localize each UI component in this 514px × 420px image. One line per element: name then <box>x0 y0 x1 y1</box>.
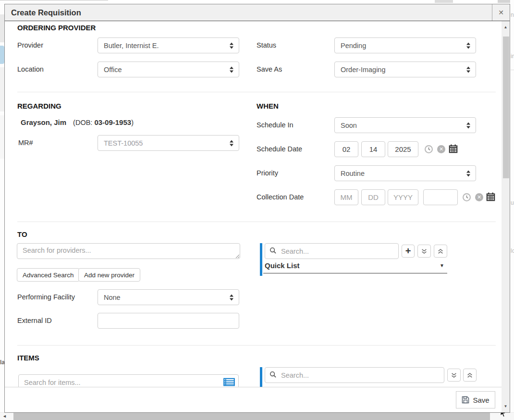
add-new-provider-button[interactable]: Add new provider <box>78 268 140 282</box>
provider-search-input[interactable] <box>17 243 240 259</box>
background-block <box>435 0 453 3</box>
collection-date-year-field[interactable] <box>388 189 418 205</box>
quick-list-dropdown[interactable]: Quick List ▼ <box>263 261 447 273</box>
location-label: Location <box>17 62 44 77</box>
mr-number-select[interactable]: TEST-10055 <box>98 135 239 151</box>
save-button-label: Save <box>473 396 489 404</box>
select-arrows-icon <box>230 42 233 49</box>
double-chevron-down-icon <box>451 372 457 379</box>
advanced-search-button[interactable]: Advanced Search <box>17 268 80 282</box>
save-floppy-icon <box>462 396 469 404</box>
status-label: Status <box>257 37 276 53</box>
items-search <box>18 374 239 388</box>
save-button[interactable]: Save <box>456 391 495 408</box>
performing-facility-select[interactable]: None <box>98 289 239 305</box>
scroll-down-arrow-icon[interactable]: ▼ <box>502 404 510 408</box>
items-search-input[interactable] <box>18 374 239 388</box>
collection-date-clock-icon[interactable] <box>463 193 471 201</box>
schedule-date-month-field[interactable] <box>334 141 358 157</box>
background-text-fragment: ur <box>511 199 514 206</box>
schedule-date-year-field[interactable] <box>388 141 418 157</box>
scroll-up-arrow-icon[interactable]: ▲ <box>502 25 510 29</box>
select-arrows-icon <box>230 66 233 73</box>
dialog-vertical-scrollbar[interactable]: ▲ ▼ <box>502 21 510 412</box>
background-text-fragment: lo <box>511 247 514 254</box>
items-expand-all-button[interactable] <box>447 369 461 382</box>
collection-time-field[interactable] <box>423 189 458 205</box>
create-requisition-dialog: Create Requisition ✕ ORDERING PROVIDER P… <box>4 4 510 413</box>
horizontal-scrollbar-thumb[interactable] <box>13 413 490 420</box>
select-arrows-icon <box>230 294 233 300</box>
double-chevron-down-icon <box>421 248 428 255</box>
background-block <box>0 115 4 159</box>
background-page-left-edge: la <box>0 0 4 420</box>
items-panel-accent-bar <box>260 367 262 388</box>
collection-date-calendar-icon[interactable] <box>486 192 495 201</box>
save-as-select[interactable]: Order-Imaging <box>334 62 476 77</box>
caret-down-icon: ▼ <box>440 263 444 268</box>
schedule-date-clock-icon[interactable] <box>425 145 433 153</box>
dob-suffix: ) <box>131 119 134 126</box>
add-to-list-button[interactable]: + <box>402 245 415 258</box>
mr-number-label: MR# <box>18 135 33 151</box>
items-panel-search <box>265 367 444 383</box>
collapse-all-button[interactable] <box>434 245 447 258</box>
collection-date-day-field[interactable] <box>361 189 385 205</box>
section-divider <box>17 92 496 92</box>
scroll-left-arrow-icon[interactable]: ◄ <box>2 414 7 419</box>
dob-prefix: (DOB: <box>73 119 94 126</box>
vertical-scrollbar-thumb[interactable] <box>503 37 509 178</box>
background-text-fragment: in <box>511 53 514 60</box>
plus-icon: + <box>405 246 411 256</box>
items-panel-search-input[interactable] <box>265 367 444 383</box>
provider-select[interactable]: Butler, Internist E. <box>98 37 239 53</box>
patient-info: Grayson, Jim (DOB: 03-09-1953) <box>21 118 134 126</box>
external-id-label: External ID <box>17 313 52 329</box>
schedule-in-select[interactable]: Soon <box>334 117 476 133</box>
background-text-fragment: n <box>511 12 514 18</box>
schedule-date-calendar-icon[interactable] <box>449 144 458 153</box>
ordering-provider-section-title: ORDERING PROVIDER <box>17 24 96 32</box>
select-arrows-icon <box>466 170 470 176</box>
to-section-title: TO <box>17 230 27 238</box>
double-chevron-up-icon <box>466 372 473 379</box>
select-arrows-icon <box>466 122 470 128</box>
collection-date-clear-icon[interactable]: ✕ <box>475 193 483 201</box>
select-arrows-icon <box>230 140 233 146</box>
to-panel-accent-bar <box>260 243 262 276</box>
background-block <box>0 67 4 111</box>
schedule-date-clear-icon[interactable]: ✕ <box>437 145 445 153</box>
priority-select[interactable]: Routine <box>334 165 476 181</box>
schedule-date-day-field[interactable] <box>361 141 385 157</box>
schedule-date-label: Schedule Date <box>257 141 302 157</box>
save-as-label: Save As <box>257 62 282 77</box>
when-section-title: WHEN <box>257 102 279 110</box>
dialog-body: ORDERING PROVIDER Provider Butler, Inter… <box>5 21 502 388</box>
status-select[interactable]: Pending <box>334 37 476 53</box>
search-icon <box>269 247 277 254</box>
dob-value: 03-09-1953 <box>94 118 131 126</box>
external-id-field[interactable] <box>98 313 239 329</box>
dialog-header: Create Requisition ✕ <box>5 4 510 21</box>
to-panel-search-input[interactable] <box>265 243 399 259</box>
items-collapse-all-button[interactable] <box>463 369 477 382</box>
expand-all-button[interactable] <box>417 245 431 258</box>
background-blue-button-fragment <box>0 46 4 64</box>
close-icon[interactable]: ✕ <box>492 4 510 21</box>
background-page-right-edge: n in ur lo <box>511 0 514 420</box>
collection-date-month-field[interactable] <box>334 189 358 205</box>
to-panel-search <box>265 243 399 259</box>
page-horizontal-scrollbar[interactable]: ◄ <box>0 412 514 420</box>
section-divider <box>17 222 496 222</box>
regarding-section-title: REGARDING <box>17 102 61 110</box>
collection-date-label: Collection Date <box>257 189 304 205</box>
schedule-in-label: Schedule In <box>257 117 294 133</box>
location-select[interactable]: Office <box>98 62 239 77</box>
item-list-icon[interactable] <box>223 378 235 386</box>
background-divider-fragment <box>511 70 514 70</box>
background-block <box>498 0 510 3</box>
dialog-footer: Save <box>5 387 502 412</box>
background-block <box>0 14 4 42</box>
quick-list-label: Quick List <box>265 261 300 270</box>
search-icon <box>269 371 277 378</box>
